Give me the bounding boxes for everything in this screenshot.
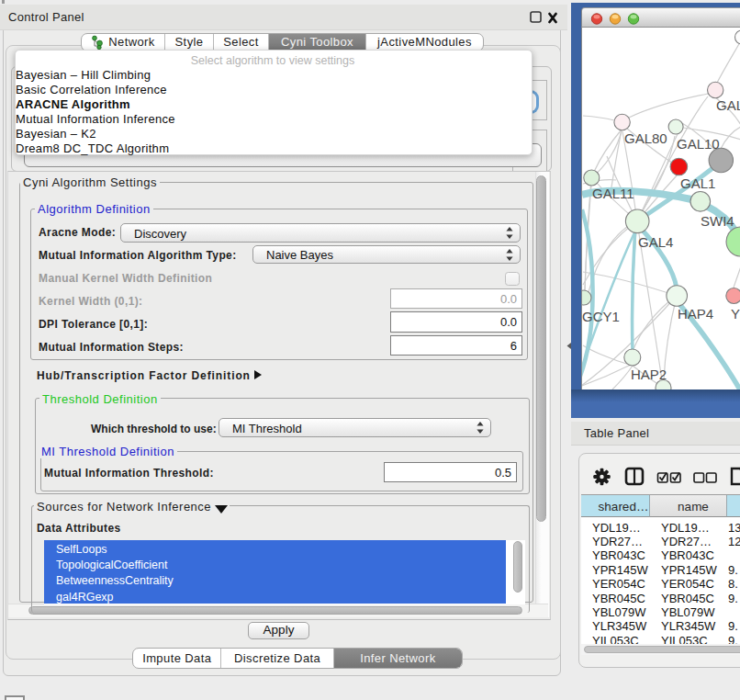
svg-text:SWI4: SWI4 [701, 213, 734, 229]
svg-text:GAL2: GAL2 [716, 97, 740, 113]
svg-text:GAL10: GAL10 [677, 136, 720, 152]
svg-text:GAL4: GAL4 [638, 234, 673, 250]
svg-text:GAL11: GAL11 [592, 186, 634, 201]
svg-text:GAL1: GAL1 [680, 175, 715, 191]
svg-text:GAL80: GAL80 [624, 130, 667, 146]
svg-text:HAP4: HAP4 [678, 306, 713, 322]
svg-text:HAP2: HAP2 [631, 367, 667, 382]
svg-text:GCY1: GCY1 [582, 309, 620, 324]
svg-text:YJ: YJ [731, 306, 740, 322]
